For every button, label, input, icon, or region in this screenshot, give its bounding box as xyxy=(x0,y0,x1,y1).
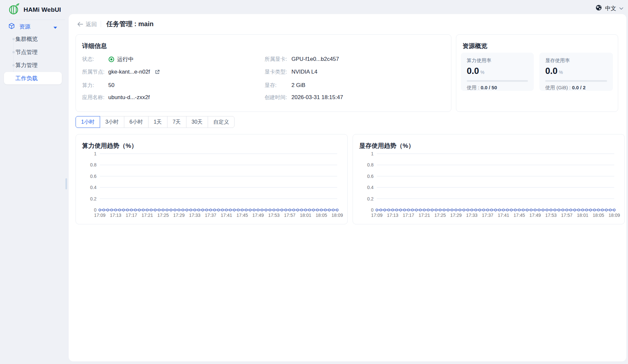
field-compute: 算力: 50 xyxy=(82,81,114,90)
svg-text:18:05: 18:05 xyxy=(316,213,327,218)
range-button-3h[interactable]: 3小时 xyxy=(100,116,124,128)
svg-text:17:13: 17:13 xyxy=(387,213,398,218)
svg-text:18:01: 18:01 xyxy=(577,213,588,218)
field-label: 所属显卡: xyxy=(265,56,291,63)
field-status: 状态: 运行中 xyxy=(82,55,134,64)
status-running-icon xyxy=(108,56,114,62)
field-gpu-type: 显卡类型: NVIDIA L4 xyxy=(265,67,317,77)
external-link-icon[interactable] xyxy=(155,69,160,75)
field-memory: 显存: 2 GiB xyxy=(265,81,305,90)
svg-text:17:41: 17:41 xyxy=(221,213,232,218)
hami-logo-icon xyxy=(8,3,20,16)
svg-text:17:29: 17:29 xyxy=(450,213,462,218)
svg-text:17:53: 17:53 xyxy=(268,213,280,218)
svg-text:17:57: 17:57 xyxy=(561,213,572,218)
svg-text:17:57: 17:57 xyxy=(284,213,295,218)
memory-value: 2 GiB xyxy=(291,82,305,89)
svg-text:0.2: 0.2 xyxy=(90,196,97,201)
back-arrow-icon[interactable] xyxy=(77,21,84,29)
svg-text:17:17: 17:17 xyxy=(403,213,414,218)
field-label: 状态: xyxy=(82,56,108,63)
sidebar-item-compute-management[interactable]: 算力管理 xyxy=(4,59,62,71)
sidebar-item-label: 算力管理 xyxy=(15,61,38,69)
svg-text:18:09: 18:09 xyxy=(331,213,343,218)
header-divider xyxy=(101,21,101,27)
compute-usage-stat: 算力使用率 0.0% 使用 : 0.0 / 50 xyxy=(461,53,534,91)
svg-text:17:45: 17:45 xyxy=(514,213,525,218)
svg-text:0: 0 xyxy=(94,207,96,213)
time-range-selector: 1小时 3小时 6小时 1天 7天 30天 自定义 xyxy=(76,116,235,128)
svg-text:17:17: 17:17 xyxy=(126,213,137,218)
svg-text:17:09: 17:09 xyxy=(94,213,105,218)
svg-text:17:09: 17:09 xyxy=(371,213,382,218)
sidebar-divider xyxy=(9,20,65,20)
svg-text:18:05: 18:05 xyxy=(593,213,604,218)
range-button-7d[interactable]: 7天 xyxy=(167,116,186,128)
svg-text:17:33: 17:33 xyxy=(189,213,201,218)
svg-text:0.6: 0.6 xyxy=(90,174,97,179)
sidebar-item-label: 工作负载 xyxy=(15,75,38,82)
caret-down-icon[interactable] xyxy=(53,25,57,30)
svg-text:17:25: 17:25 xyxy=(157,213,169,218)
svg-text:0.8: 0.8 xyxy=(90,162,97,167)
language-label: 中文 xyxy=(605,5,616,12)
stat-label: 显存使用率 xyxy=(545,58,607,64)
sidebar-item-workloads[interactable]: 工作负载 xyxy=(4,72,62,84)
svg-text:17:21: 17:21 xyxy=(142,213,153,218)
memory-trend-chart: 00.20.40.60.8117:0917:1317:1717:2117:251… xyxy=(353,134,625,225)
svg-text:17:49: 17:49 xyxy=(529,213,541,218)
range-button-1h[interactable]: 1小时 xyxy=(76,116,100,128)
main-panel: 返回 任务管理 : main 详细信息 状态: 运行中 所属节点: gke-ka… xyxy=(69,14,626,361)
svg-text:0: 0 xyxy=(371,207,374,213)
range-button-30d[interactable]: 30天 xyxy=(186,116,208,128)
svg-text:17:45: 17:45 xyxy=(236,213,248,218)
svg-text:17:53: 17:53 xyxy=(545,213,557,218)
svg-text:17:37: 17:37 xyxy=(205,213,216,218)
field-app-name: 应用名称: ubuntu-d...-zxx2f xyxy=(82,93,150,102)
svg-text:17:13: 17:13 xyxy=(110,213,121,218)
detail-card: 详细信息 状态: 运行中 所属节点: gke-kant...e-n02f xyxy=(76,34,451,112)
svg-text:18:09: 18:09 xyxy=(608,213,620,218)
stat-unit: % xyxy=(480,70,484,75)
app-title: HAMi WebUI xyxy=(24,6,61,13)
sidebar-item-node-management[interactable]: 节点管理 xyxy=(4,46,62,58)
back-button[interactable]: 返回 xyxy=(86,21,97,28)
range-button-1d[interactable]: 1天 xyxy=(148,116,167,128)
usage-label: 使用 : xyxy=(467,85,481,90)
usage-value: 0.0 / 2 xyxy=(572,85,586,90)
stat-value: 0.0 xyxy=(545,66,558,76)
svg-text:17:25: 17:25 xyxy=(434,213,446,218)
svg-text:0.2: 0.2 xyxy=(367,196,374,201)
svg-text:18:01: 18:01 xyxy=(300,213,311,218)
language-switcher[interactable]: 中文 xyxy=(595,4,623,12)
app-brand: HAMi WebUI xyxy=(8,3,61,16)
svg-text:17:21: 17:21 xyxy=(419,213,430,218)
chevron-down-icon xyxy=(619,6,623,11)
field-label: 所属节点: xyxy=(82,69,108,76)
node-name: gke-kant...e-n02f xyxy=(108,69,150,75)
svg-text:1: 1 xyxy=(371,151,374,156)
field-label: 应用名称: xyxy=(82,94,108,101)
memory-trend-chart-card: 显存使用趋势（%） 00.20.40.60.8117:0917:1317:171… xyxy=(353,134,625,224)
field-label: 显卡类型: xyxy=(265,69,291,76)
field-created-at: 创建时间: 2026-03-31 18:15:47 xyxy=(265,93,343,102)
range-button-custom[interactable]: 自定义 xyxy=(208,116,235,128)
sidebar-item-cluster-overview[interactable]: 集群概览 xyxy=(4,33,62,45)
svg-text:0.4: 0.4 xyxy=(367,185,374,190)
globe-icon xyxy=(595,4,602,12)
field-label: 创建时间: xyxy=(265,94,291,101)
compute-trend-chart: 00.20.40.60.8117:0917:1317:1717:2117:251… xyxy=(76,134,348,225)
resource-overview-card: 资源概览 算力使用率 0.0% 使用 : 0.0 / 50 显存使用率 0.0%… xyxy=(456,34,618,112)
svg-text:17:41: 17:41 xyxy=(498,213,509,218)
range-button-6h[interactable]: 6小时 xyxy=(124,116,148,128)
svg-text:0.8: 0.8 xyxy=(367,162,374,167)
svg-text:1: 1 xyxy=(94,151,96,156)
sidebar-group-resources[interactable]: 资源 xyxy=(8,22,61,31)
created-at-value: 2026-03-31 18:15:47 xyxy=(291,94,343,101)
sidebar-resize-handle[interactable] xyxy=(65,178,67,189)
sidebar-item-label: 集群概览 xyxy=(15,35,38,43)
memory-usage-progressbar xyxy=(545,80,607,82)
sidebar-group-label: 资源 xyxy=(19,23,30,30)
app-name-value: ubuntu-d...-zxx2f xyxy=(108,94,150,101)
cube-icon xyxy=(8,23,15,31)
